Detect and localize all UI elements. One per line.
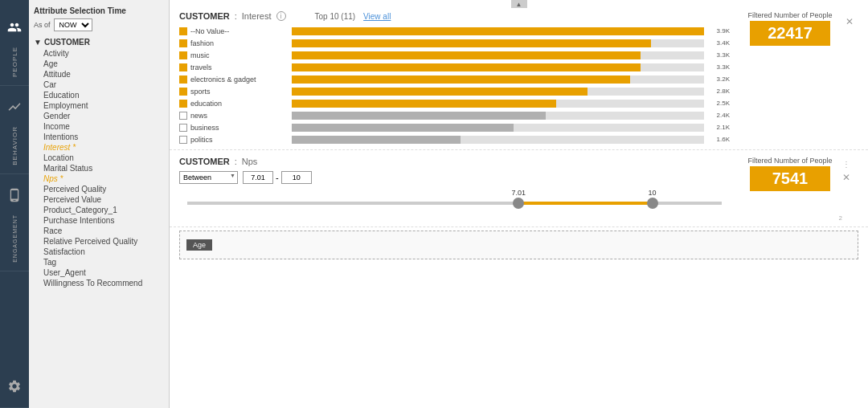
attr-item-purchase-intentions[interactable]: Purchase Intentions [34, 215, 164, 226]
attr-item-perceived-quality[interactable]: Perceived Quality [34, 184, 164, 194]
nps-select-wrap: Between Greater than Less than [179, 171, 238, 184]
nps-header: CUSTOMER : Nps [179, 157, 730, 166]
bar-value-8: 2.1K [707, 124, 730, 131]
attr-item-interest[interactable]: Interest * [34, 142, 164, 153]
main-content: ▲ CUSTOMER : Interest i Top 10 (11) View… [170, 0, 868, 408]
attr-item-relative-perceived-quality[interactable]: Relative Perceived Quality [34, 236, 164, 247]
attr-asof-row: As of NOW [34, 18, 164, 31]
attr-item-attitude[interactable]: Attitude [34, 69, 164, 80]
interest-filtered-label: Filtered Number of People [738, 11, 842, 19]
asof-select[interactable]: NOW [54, 18, 92, 31]
attr-item-user-agent[interactable]: User_Agent [34, 267, 164, 278]
attr-item-age[interactable]: Age [34, 59, 164, 69]
legend-item-2: music [179, 50, 284, 60]
slider-max-thumb[interactable] [647, 198, 658, 209]
interest-filtered-box: Filtered Number of People 22417 [738, 11, 842, 46]
attr-item-car[interactable]: Car [34, 80, 164, 90]
legend-item-6: education [179, 98, 284, 108]
legend-label-1: fashion [190, 39, 214, 47]
nps-max-input[interactable] [281, 171, 312, 184]
legend-item-1: fashion [179, 38, 284, 48]
drag-section: Age [179, 231, 858, 259]
attr-item-satisfaction[interactable]: Satisfaction [34, 247, 164, 257]
group-label: CUSTOMER [44, 38, 90, 47]
bar-value-5: 2.8K [707, 88, 730, 95]
interest-customer-label: CUSTOMER [179, 11, 230, 21]
nps-customer-label: CUSTOMER [179, 157, 230, 166]
bar-row-5: 2.8K [292, 86, 730, 96]
age-chip[interactable]: Age [186, 239, 212, 251]
nps-slider[interactable]: 7.01 10 [187, 190, 722, 214]
bar-row-1: 3.4K [292, 38, 730, 48]
attr-item-education[interactable]: Education [34, 90, 164, 100]
engagement-icon[interactable] [0, 179, 29, 211]
slider-range [518, 202, 652, 205]
attr-item-tag[interactable]: Tag [34, 257, 164, 267]
legend-label-8: business [190, 124, 219, 132]
attr-item-activity[interactable]: Activity [34, 48, 164, 59]
legend-item-0: --No Value-- [179, 26, 284, 36]
bars-area: 3.9K3.4K3.3K3.3K3.2K2.8K2.5K2.4K2.1K1.6K [292, 26, 730, 145]
bar-row-6: 2.5K [292, 98, 730, 108]
interest-filtered-value: 22417 [750, 21, 830, 46]
bar-row-0: 3.9K [292, 26, 730, 36]
nps-min-input[interactable] [243, 171, 273, 184]
interest-info-icon: i [276, 11, 286, 21]
nps-colon: : [235, 157, 237, 166]
sidebar-behavior-section: BEHAVIOR [0, 86, 29, 174]
customer-group-header[interactable]: ▼ CUSTOMER [34, 38, 164, 47]
bar-row-8: 2.1K [292, 122, 730, 133]
bar-row-3: 3.3K [292, 62, 730, 72]
slider-min-value: 7.01 [512, 189, 526, 197]
attr-item-employment[interactable]: Employment [34, 100, 164, 111]
bar-row-7: 2.4K [292, 110, 730, 120]
nps-range-dash: - [276, 173, 279, 182]
interest-close-btn[interactable]: ✕ [845, 16, 854, 27]
bar-value-1: 3.4K [707, 39, 730, 47]
bar-value-3: 3.3K [707, 63, 730, 71]
behavior-icon[interactable] [0, 91, 29, 123]
sidebar-settings-section [0, 365, 29, 408]
attr-item-gender[interactable]: Gender [34, 111, 164, 121]
bar-value-4: 3.2K [707, 75, 730, 83]
nps-close-btn[interactable]: ✕ [842, 172, 858, 183]
view-all-link[interactable]: View all [363, 12, 391, 21]
nps-attr-label: Nps [242, 157, 258, 166]
behavior-label: BEHAVIOR [11, 126, 18, 165]
people-icon[interactable] [0, 11, 29, 43]
attr-item-location[interactable]: Location [34, 153, 164, 163]
interest-attr-label: Interest [242, 11, 272, 21]
bar-row-2: 3.3K [292, 50, 730, 60]
settings-icon[interactable] [0, 370, 29, 402]
attr-item-income[interactable]: Income [34, 121, 164, 132]
nps-controls: Between Greater than Less than - [179, 171, 730, 184]
nps-range-inputs: - [243, 171, 312, 184]
attribute-panel: Attribute Selection Time As of NOW ▼ CUS… [29, 0, 170, 408]
top-toggle[interactable]: ▲ [511, 0, 527, 8]
sidebar: PEOPLE BEHAVIOR ENGAGEMENT [0, 0, 29, 408]
bar-value-6: 2.5K [707, 100, 730, 107]
bar-row-9: 1.6K [292, 134, 730, 145]
attr-item-perceived-value[interactable]: Perceived Value [34, 194, 164, 205]
attr-item-willingness[interactable]: Willingness To Recommend [34, 278, 164, 288]
interest-colon: : [235, 11, 237, 21]
attr-item-nps[interactable]: Nps * [34, 173, 164, 184]
legend-label-6: education [190, 100, 222, 108]
attr-item-intentions[interactable]: Intentions [34, 132, 164, 142]
legend-label-5: sports [190, 88, 211, 96]
legend-item-5: sports [179, 86, 284, 96]
legend-label-2: music [190, 51, 210, 59]
attr-item-marital-status[interactable]: Marital Status [34, 163, 164, 173]
attr-item-race[interactable]: Race [34, 226, 164, 236]
attr-item-product-category[interactable]: Product_Category_1 [34, 205, 164, 215]
nps-section: CUSTOMER : Nps Between Greater than Less… [170, 150, 868, 227]
resize-handle[interactable]: ⋮ [842, 157, 858, 169]
attr-items-list: Activity Age Attitude Car Education Empl… [34, 48, 164, 288]
nps-between-select[interactable]: Between Greater than Less than [179, 171, 238, 184]
legend-label-3: travels [190, 63, 212, 71]
slider-max-value: 10 [649, 189, 657, 197]
slider-min-thumb[interactable] [513, 198, 524, 209]
people-label: PEOPLE [11, 47, 18, 77]
legend-item-4: electronics & gadget [179, 74, 284, 84]
bar-row-4: 3.2K [292, 74, 730, 84]
